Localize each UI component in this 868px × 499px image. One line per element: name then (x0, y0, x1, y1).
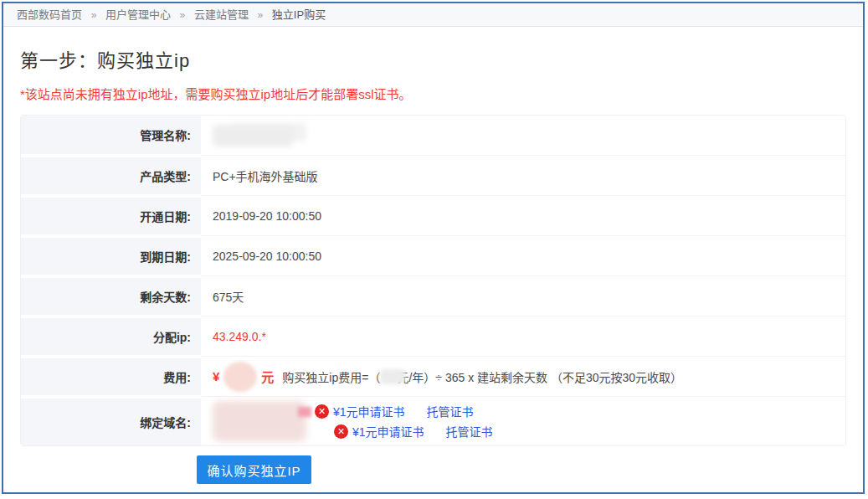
row-label: 分配ip: (21, 316, 201, 357)
row-value-bound-domains: ✕ ¥1元申请证书 托管证书 ✕ ¥1元申请证书 托管证书 (201, 397, 845, 445)
breadcrumb-separator: » (180, 9, 186, 21)
row-label: 到期日期: (21, 236, 201, 276)
apply-cert-link[interactable]: ¥1元申请证书 (352, 423, 424, 440)
domain-cert-line: ✕ ¥1元申请证书 托管证书 (334, 423, 493, 440)
row-value-manage-name (201, 116, 845, 156)
fee-formula-prefix: 购买独立ip费用=（ (282, 368, 380, 385)
redacted-manage-name (213, 125, 293, 147)
row-value-open-date: 2019-09-20 10:00:50 (201, 196, 845, 236)
row-label: 费用: (21, 357, 201, 397)
page-title: 第一步：购买独立ip (20, 45, 846, 72)
row-value-product-type: PC+手机海外基础版 (201, 156, 845, 196)
breadcrumb: 西部数码首页 » 用户管理中心 » 云建站管理 » 独立IP购买 (3, 3, 863, 27)
row-value-fee: ¥ 元 购买独立ip费用=（ 元/年）÷ 365 x 建站剩余天数 （不足30元… (201, 357, 845, 397)
no-cert-status-icon: ✕ (334, 424, 348, 439)
domain-cert-line: ✕ ¥1元申请证书 托管证书 (315, 403, 493, 419)
breadcrumb-current-page: 独立IP购买 (272, 8, 326, 21)
site-info-table: 管理名称: 产品类型: PC+手机海外基础版 开通日期: 2019-09-20 … (20, 115, 846, 446)
row-value-remaining-days: 675天 (201, 276, 845, 316)
warning-text: *该站点尚未拥有独立ip地址，需要购买独立ip地址后才能部署ssl证书。 (20, 85, 846, 102)
table-row-manage-name: 管理名称: (21, 116, 845, 156)
row-label: 管理名称: (21, 116, 201, 156)
table-row-product-type: 产品类型: PC+手机海外基础版 (21, 156, 845, 196)
redacted-domain-names (213, 400, 310, 442)
host-cert-link[interactable]: 托管证书 (427, 403, 474, 419)
row-label: 开通日期: (21, 196, 201, 236)
redacted-fee-amount (223, 362, 257, 392)
table-row-remaining-days: 剩余天数: 675天 (21, 276, 845, 316)
confirm-purchase-ip-button[interactable]: 确认购买独立IP (197, 455, 311, 484)
apply-cert-link[interactable]: ¥1元申请证书 (333, 403, 405, 419)
row-label: 绑定域名: (21, 397, 201, 445)
table-row-bound-domains: 绑定域名: ✕ ¥1元申请证书 托管证书 ✕ (21, 397, 845, 445)
page-frame: 西部数码首页 » 用户管理中心 » 云建站管理 » 独立IP购买 第一步：购买独… (2, 2, 865, 494)
row-value-assigned-ip: 43.249.0.* (201, 316, 845, 357)
row-value-expire-date: 2025-09-20 10:00:50 (201, 236, 845, 276)
fee-formula-suffix: 元/年）÷ 365 x 建站剩余天数 （不足30元按30元收取） (397, 368, 682, 385)
table-row-open-date: 开通日期: 2019-09-20 10:00:50 (21, 196, 845, 236)
breadcrumb-user-center[interactable]: 用户管理中心 (105, 8, 171, 21)
breadcrumb-home[interactable]: 西部数码首页 (17, 8, 82, 21)
fee-unit: 元 (261, 368, 274, 385)
redacted-domain-notch (298, 407, 311, 417)
fee-currency-symbol: ¥ (213, 369, 219, 383)
host-cert-link[interactable]: 托管证书 (446, 423, 493, 440)
breadcrumb-separator: » (91, 9, 97, 21)
breadcrumb-separator: » (258, 9, 264, 21)
redacted-fee-yearly (380, 369, 405, 384)
table-row-fee: 费用: ¥ 元 购买独立ip费用=（ 元/年）÷ 365 x 建站剩余天数 （不… (21, 357, 845, 397)
table-row-expire-date: 到期日期: 2025-09-20 10:00:50 (21, 236, 845, 276)
table-row-assigned-ip: 分配ip: 43.249.0.* (21, 316, 845, 357)
row-label: 产品类型: (21, 156, 201, 196)
redacted-domain-blur (213, 401, 306, 441)
no-cert-status-icon: ✕ (315, 404, 329, 419)
breadcrumb-site-manage[interactable]: 云建站管理 (194, 8, 249, 21)
row-label: 剩余天数: (21, 276, 201, 316)
